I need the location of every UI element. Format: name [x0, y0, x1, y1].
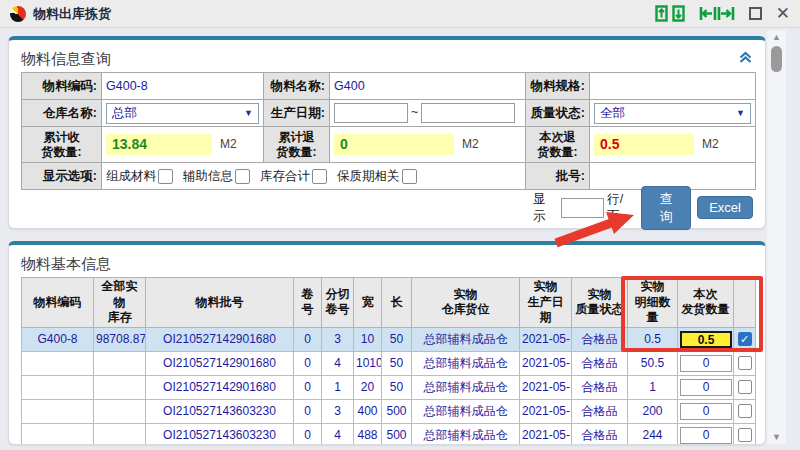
cell-detail-qty: 244	[628, 423, 678, 445]
resize-horizontal-icon[interactable]	[699, 5, 735, 22]
cell-code: G400-8	[22, 327, 94, 351]
cell-roll: 0	[294, 351, 322, 375]
current-return-value: 0.5	[594, 134, 694, 155]
cell-width: 400	[354, 399, 382, 423]
current-return-unit: M2	[702, 137, 719, 151]
column-header-select	[734, 278, 756, 328]
ship-qty-input[interactable]: 0.5	[680, 331, 732, 348]
column-header: 本次 发货数量	[678, 278, 734, 328]
cell-width: 1010	[354, 351, 382, 375]
cell-batch: OI210527142901680	[146, 327, 294, 351]
cell-code	[22, 423, 94, 445]
maximize-button[interactable]	[749, 7, 762, 20]
cell-detail-qty: 200	[628, 399, 678, 423]
query-form: 物料编码: G400-8 物料名称: G400 物料规格: 仓库名称: 总部 ▼	[21, 72, 756, 190]
column-header: 实物 生产日期	[520, 278, 572, 328]
table-row[interactable]: OI210527142901680012050总部辅料成品仓2021-05-合格…	[22, 375, 756, 399]
vertical-scrollbar[interactable]: ▲ ▼	[767, 30, 786, 444]
column-header: 实物 质量状态	[572, 278, 628, 328]
title-bar: 物料出库拣货 ✕	[0, 0, 800, 28]
cell-select	[734, 423, 756, 445]
cell-code	[22, 399, 94, 423]
cell-ship-qty: 0	[678, 423, 734, 445]
display-options-group: 组成材料辅助信息库存合计保质期相关	[106, 168, 521, 185]
production-date-label: 生产日期:	[264, 100, 330, 127]
column-header: 卷号	[294, 278, 322, 328]
column-header: 实物 仓库货位	[412, 278, 520, 328]
row-checkbox[interactable]	[738, 428, 752, 442]
collapse-section-button[interactable]	[738, 50, 753, 68]
column-header: 物料批号	[146, 278, 294, 328]
column-header: 全部实物 库存	[94, 278, 146, 328]
material-spec-field[interactable]	[590, 73, 756, 100]
table-row[interactable]: G400-898708.87OI210527142901680031050总部辅…	[22, 327, 756, 351]
batch-no-label: 批号:	[526, 163, 590, 190]
row-checkbox[interactable]: ✓	[738, 332, 752, 346]
warehouse-select-value: 总部	[112, 105, 137, 122]
close-button[interactable]: ✕	[776, 5, 790, 22]
material-code-label: 物料编码:	[22, 73, 102, 100]
row-checkbox[interactable]	[738, 356, 752, 370]
warehouse-select[interactable]: 总部 ▼	[106, 103, 259, 124]
ship-qty-input[interactable]: 0	[680, 427, 732, 444]
resize-vertical-icon[interactable]	[655, 5, 685, 22]
cell-quality: 合格品	[572, 399, 628, 423]
row-checkbox[interactable]	[738, 404, 752, 418]
row-checkbox[interactable]	[738, 380, 752, 394]
cell-roll: 0	[294, 375, 322, 399]
material-outbound-dialog: 物料出库拣货 ✕ 物料信息查询	[0, 0, 800, 450]
total-returned-label: 累计退 货数量:	[264, 127, 330, 163]
display-option-checkbox[interactable]	[402, 169, 417, 184]
production-date-to-input[interactable]	[421, 103, 515, 123]
cell-batch: OI210527142901680	[146, 351, 294, 375]
cell-prod-date: 2021-05-	[520, 375, 572, 399]
total-returned-unit: M2	[462, 137, 479, 151]
cell-prod-date: 2021-05-	[520, 399, 572, 423]
cell-select: ✓	[734, 327, 756, 351]
display-option-label: 库存合计	[260, 168, 310, 185]
pager-row: 显示 行/页 查询 Excel	[533, 195, 753, 220]
ship-qty-input[interactable]: 0	[680, 355, 732, 372]
cell-width: 20	[354, 375, 382, 399]
cell-slit: 1	[322, 375, 354, 399]
cell-detail-qty: 0.5	[628, 327, 678, 351]
cell-location: 总部辅料成品仓	[412, 375, 520, 399]
production-date-from-input[interactable]	[334, 103, 408, 123]
cell-select	[734, 375, 756, 399]
table-row[interactable]: OI21052714290168004101050总部辅料成品仓2021-05-…	[22, 351, 756, 375]
display-option-checkbox[interactable]	[235, 169, 250, 184]
cell-slit: 4	[322, 423, 354, 445]
excel-button[interactable]: Excel	[697, 196, 753, 219]
cell-quality: 合格品	[572, 423, 628, 445]
total-received-label: 累计收 货数量:	[22, 127, 102, 163]
material-table: 物料编码全部实物 库存物料批号卷号分切 卷号宽长实物 仓库货位实物 生产日期实物…	[21, 277, 756, 445]
cell-prod-date: 2021-05-	[520, 423, 572, 445]
cell-ship-qty: 0	[678, 375, 734, 399]
ship-qty-input[interactable]: 0	[680, 403, 732, 420]
scroll-down-icon[interactable]: ▼	[772, 430, 781, 444]
display-option-checkbox[interactable]	[312, 169, 327, 184]
material-code-field[interactable]: G400-8	[102, 73, 264, 100]
ship-qty-input[interactable]: 0	[680, 379, 732, 396]
scrollbar-thumb[interactable]	[771, 46, 782, 72]
total-returned-value: 0	[334, 134, 454, 155]
cell-length: 50	[382, 327, 412, 351]
display-option: 保质期相关	[337, 168, 417, 185]
material-name-field[interactable]: G400	[330, 73, 526, 100]
rows-per-page-input[interactable]	[561, 198, 605, 218]
cell-length: 500	[382, 399, 412, 423]
table-row[interactable]: OI21052714360323003400500总部辅料成品仓2021-05-…	[22, 399, 756, 423]
scroll-up-icon[interactable]: ▲	[772, 30, 781, 44]
cell-code	[22, 375, 94, 399]
query-button[interactable]: 查询	[641, 186, 691, 230]
display-option-checkbox[interactable]	[158, 169, 173, 184]
display-options-label: 显示选项:	[22, 163, 102, 190]
table-row[interactable]: OI21052714360323004488500总部辅料成品仓2021-05-…	[22, 423, 756, 445]
material-table-body: G400-898708.87OI210527142901680031050总部辅…	[22, 327, 756, 445]
cell-width: 488	[354, 423, 382, 445]
window-title: 物料出库拣货	[33, 5, 111, 23]
cell-stock	[94, 375, 146, 399]
quality-status-select[interactable]: 全部 ▼	[594, 103, 751, 124]
cell-batch: OI210527143603230	[146, 423, 294, 445]
cell-prod-date: 2021-05-	[520, 351, 572, 375]
